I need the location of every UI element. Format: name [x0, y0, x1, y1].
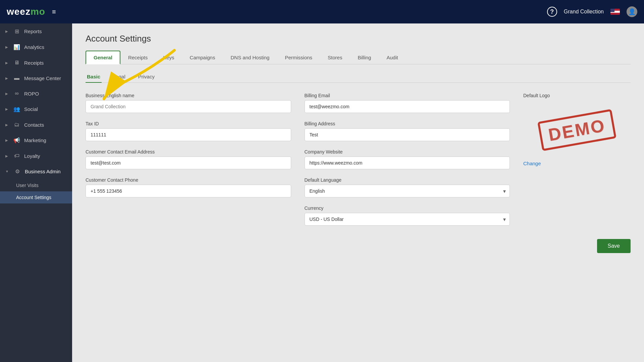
tab-permissions[interactable]: Permissions	[277, 51, 320, 64]
header-right: ? Grand Collection 👤	[547, 6, 637, 17]
sidebar: ▶ ⊞ Reports ▶ 📊 Analytics ▶ 🖥 Receipts ▶…	[0, 23, 72, 362]
sidebar-item-message-center[interactable]: ▶ ▬ Message Center	[0, 70, 72, 86]
sidebar-item-label: Analytics	[24, 44, 44, 50]
chevron-right-icon: ▶	[5, 138, 8, 142]
form-group-contact-email: Customer Contact Email Address	[86, 149, 291, 169]
demo-stamp: DEMO	[530, 108, 624, 152]
chevron-right-icon: ▶	[5, 92, 8, 96]
content: Account Settings General Receipts Keys C…	[72, 23, 644, 362]
form-group-business-name: Business English name	[86, 93, 291, 113]
default-language-label: Default Language	[305, 177, 510, 183]
logo: weezmo	[7, 6, 45, 17]
business-name-label: Business English name	[86, 93, 291, 98]
sidebar-item-business-admin[interactable]: ▼ ⚙ Business Admin	[0, 164, 72, 179]
sidebar-item-label: Social	[24, 106, 38, 112]
sidebar-item-contacts[interactable]: ▶ 🗂 Contacts	[0, 117, 72, 132]
chevron-right-icon: ▶	[5, 29, 8, 33]
social-icon: 👥	[13, 106, 20, 112]
form-group-company-website: Company Website	[305, 149, 510, 169]
reports-icon: ⊞	[13, 28, 20, 35]
default-language-select[interactable]: English French Spanish	[305, 185, 510, 197]
menu-icon[interactable]: ≡	[52, 8, 56, 16]
chevron-right-icon: ▶	[5, 154, 8, 158]
change-logo-link[interactable]: Change	[523, 161, 541, 166]
form-col-middle: Billing Email Billing Address Company We…	[305, 93, 510, 226]
billing-email-label: Billing Email	[305, 93, 510, 98]
demo-text: DEMO	[547, 116, 607, 145]
company-website-input[interactable]	[305, 157, 510, 169]
sidebar-item-label: Marketing	[24, 137, 46, 143]
demo-stamp-inner: DEMO	[537, 109, 616, 151]
marketing-icon: 📢	[13, 137, 20, 143]
contacts-icon: 🗂	[13, 122, 20, 128]
chevron-right-icon: ▶	[5, 76, 8, 80]
tab-stores[interactable]: Stores	[320, 51, 350, 64]
sub-tab-legal[interactable]: Legal	[112, 71, 127, 83]
tab-billing[interactable]: Billing	[350, 51, 379, 64]
analytics-icon: 📊	[13, 44, 20, 50]
page-title: Account Settings	[86, 34, 631, 44]
form-group-currency: Currency USD - US Dollar EUR - Euro GBP …	[305, 205, 510, 226]
tab-campaigns[interactable]: Campaigns	[182, 51, 223, 64]
receipts-icon: 🖥	[13, 60, 20, 66]
sidebar-sub-label: Account Settings	[16, 195, 51, 200]
sub-tab-privacy[interactable]: Privacy	[137, 71, 156, 83]
currency-select-wrapper: USD - US Dollar EUR - Euro GBP - British…	[305, 213, 510, 226]
chevron-down-icon: ▼	[5, 170, 9, 173]
currency-select[interactable]: USD - US Dollar EUR - Euro GBP - British…	[305, 213, 510, 226]
form-group-contact-phone: Customer Contact Phone	[86, 177, 291, 197]
header: weezmo ≡ ? Grand Collection 👤	[0, 0, 644, 23]
sidebar-item-analytics[interactable]: ▶ 📊 Analytics	[0, 39, 72, 55]
contact-phone-label: Customer Contact Phone	[86, 177, 291, 183]
form-group-billing-address: Billing Address	[305, 121, 510, 141]
save-button[interactable]: Save	[597, 239, 631, 253]
sidebar-sub-item-user-visits[interactable]: User Visits	[0, 179, 72, 191]
sidebar-item-label: Loyalty	[24, 153, 40, 159]
sidebar-item-receipts[interactable]: ▶ 🖥 Receipts	[0, 55, 72, 70]
save-row: Save	[86, 239, 631, 253]
contact-phone-input[interactable]	[86, 185, 291, 197]
sidebar-item-loyalty[interactable]: ▶ 🏷 Loyalty	[0, 148, 72, 164]
chevron-right-icon: ▶	[5, 45, 8, 49]
tabs-row: General Receipts Keys Campaigns DNS and …	[86, 51, 631, 64]
sub-tab-basic[interactable]: Basic	[86, 71, 102, 83]
currency-label: Currency	[305, 205, 510, 211]
sidebar-item-label: Reports	[24, 28, 42, 34]
logo-col: Default Logo DEMO Change	[523, 93, 631, 226]
chevron-right-icon: ▶	[5, 61, 8, 65]
main-layout: ▶ ⊞ Reports ▶ 📊 Analytics ▶ 🖥 Receipts ▶…	[0, 23, 644, 362]
form-grid: Business English name Tax ID Customer Co…	[86, 93, 631, 226]
billing-address-label: Billing Address	[305, 121, 510, 126]
billing-email-input[interactable]	[305, 100, 510, 113]
tab-general[interactable]: General	[86, 51, 120, 64]
sidebar-item-reports[interactable]: ▶ ⊞ Reports	[0, 23, 72, 39]
business-name-input[interactable]	[86, 100, 291, 113]
tab-receipts[interactable]: Receipts	[120, 51, 155, 64]
form-group-tax-id: Tax ID	[86, 121, 291, 141]
default-language-select-wrapper: English French Spanish	[305, 185, 510, 197]
ropo-icon: ∞	[13, 90, 20, 97]
loyalty-icon: 🏷	[13, 153, 20, 159]
message-center-icon: ▬	[13, 75, 20, 81]
header-collection: Grand Collection	[564, 9, 604, 15]
chevron-right-icon: ▶	[5, 107, 8, 111]
company-website-label: Company Website	[305, 149, 510, 155]
tax-id-input[interactable]	[86, 128, 291, 141]
content-inner: Account Settings General Receipts Keys C…	[72, 23, 644, 362]
billing-address-input[interactable]	[305, 128, 510, 141]
tab-dns-hosting[interactable]: DNS and Hosting	[223, 51, 277, 64]
tab-keys[interactable]: Keys	[155, 51, 182, 64]
sidebar-item-label: ROPO	[24, 91, 39, 97]
sidebar-item-marketing[interactable]: ▶ 📢 Marketing	[0, 132, 72, 148]
sidebar-item-ropo[interactable]: ▶ ∞ ROPO	[0, 86, 72, 101]
sidebar-sub-item-account-settings[interactable]: Account Settings	[0, 191, 72, 203]
form-group-billing-email: Billing Email	[305, 93, 510, 113]
sidebar-item-social[interactable]: ▶ 👥 Social	[0, 101, 72, 117]
sidebar-item-label: Message Center	[24, 75, 61, 81]
help-icon[interactable]: ?	[547, 7, 557, 17]
contact-email-input[interactable]	[86, 157, 291, 169]
avatar[interactable]: 👤	[627, 6, 637, 17]
contact-email-label: Customer Contact Email Address	[86, 149, 291, 155]
sidebar-item-label: Business Admin	[25, 169, 61, 174]
tab-audit[interactable]: Audit	[379, 51, 406, 64]
